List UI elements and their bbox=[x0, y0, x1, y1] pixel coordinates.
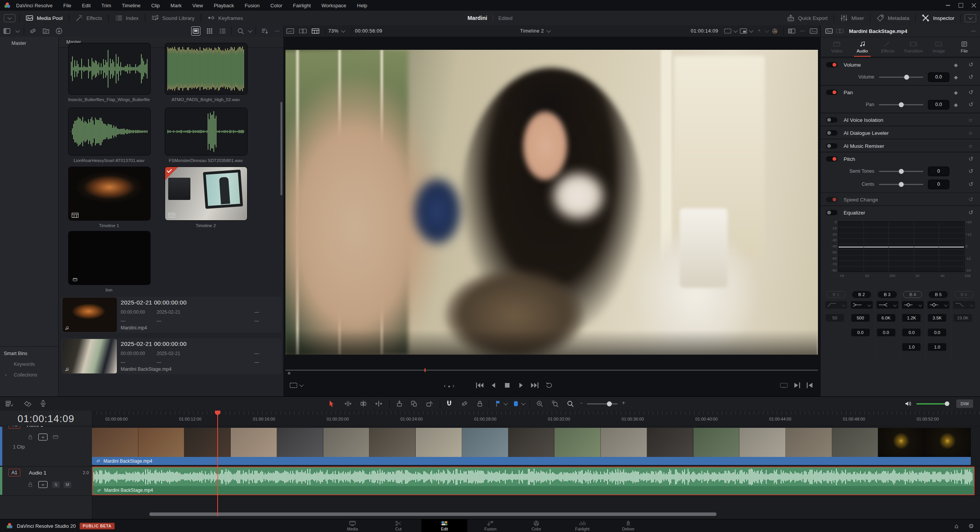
video-track-badge[interactable]: V1 bbox=[8, 426, 20, 429]
speed-change-header[interactable]: Speed Change ↺ bbox=[821, 192, 980, 206]
ai-dialogue-leveler-toggle[interactable] bbox=[826, 130, 837, 136]
gallery-icon[interactable] bbox=[810, 28, 818, 34]
flag-chevron-icon[interactable] bbox=[503, 401, 508, 405]
home-icon[interactable]: ⌂ bbox=[955, 522, 959, 530]
audio-volume-slider[interactable] bbox=[916, 403, 949, 404]
selection-mode-icon[interactable] bbox=[328, 400, 336, 408]
volume-section-header[interactable]: Volume ◆ ↺ bbox=[821, 57, 980, 71]
ai-voice-isolation-toggle[interactable] bbox=[826, 117, 837, 123]
volume-row-reset-icon[interactable]: ↺ bbox=[969, 74, 973, 80]
razor-edit-mode-icon[interactable] bbox=[359, 400, 367, 408]
equalizer-graph[interactable]: 0-10-20-30-40-50-60-70-80+24+120-12-24Hz… bbox=[821, 218, 980, 283]
equalizer-header[interactable]: Equalizer ↺ bbox=[821, 205, 980, 219]
pan-section-header[interactable]: Pan ◆ ↺ bbox=[821, 85, 980, 99]
eq-band-gain[interactable]: 0.0 bbox=[877, 329, 895, 336]
timeline-ruler[interactable]: 01:00:08:0001:00:12:0001:00:16:0001:00:2… bbox=[92, 411, 980, 426]
menu-item-trim[interactable]: Trim bbox=[102, 3, 111, 8]
trim-edit-mode-icon[interactable] bbox=[344, 400, 352, 408]
panel-button-keyframes[interactable]: Keyframes bbox=[201, 11, 249, 25]
voiceover-mic-icon[interactable] bbox=[39, 400, 47, 408]
menu-item-clip[interactable]: Clip bbox=[151, 3, 160, 8]
replace-clip-icon[interactable] bbox=[425, 400, 433, 408]
viewer-more-icon[interactable]: ··· bbox=[800, 28, 805, 34]
semi-tones-value[interactable]: 0 bbox=[928, 167, 949, 176]
ai-voice-isolation-header[interactable]: AI Voice Isolation ≡ bbox=[821, 113, 980, 126]
link-clips-icon[interactable] bbox=[461, 400, 469, 408]
menu-item-fairlight[interactable]: Fairlight bbox=[293, 3, 311, 8]
dual-inspector-icon[interactable] bbox=[836, 28, 844, 34]
quality-chevron-icon[interactable] bbox=[749, 28, 753, 33]
snapping-magnet-icon[interactable] bbox=[445, 400, 453, 408]
eq-band-frequency[interactable]: 3.5K bbox=[928, 314, 946, 322]
scrub-playhead-marker[interactable] bbox=[424, 368, 426, 372]
inspector-more-icon[interactable]: ··· bbox=[971, 28, 976, 34]
pan-kf-icon[interactable]: ◆ bbox=[954, 102, 958, 108]
pitch-section-header[interactable]: Pitch ↺ bbox=[821, 152, 980, 165]
timeline-playhead[interactable] bbox=[217, 411, 218, 516]
video-clip[interactable]: Mardini BackStage.mp4 bbox=[92, 428, 971, 465]
media-checklist-icon[interactable] bbox=[5, 400, 13, 408]
eq-band-button[interactable]: B 2 bbox=[852, 291, 871, 298]
eq-band-gain[interactable]: 0.0 bbox=[928, 329, 946, 336]
eq-band-frequency[interactable]: 500 bbox=[851, 314, 870, 322]
collapse-left-panel-button[interactable] bbox=[4, 14, 15, 22]
match-frame-icon[interactable] bbox=[805, 382, 814, 389]
zoom-custom-icon[interactable] bbox=[566, 400, 574, 408]
eq-band-q[interactable]: 1.0 bbox=[928, 343, 946, 351]
page-deliver[interactable]: Deliver bbox=[605, 519, 651, 532]
link-bins-icon[interactable] bbox=[29, 27, 37, 35]
search-icon[interactable] bbox=[237, 27, 244, 35]
loop-range-icon[interactable] bbox=[779, 382, 788, 389]
menu-item-davinci-resolve[interactable]: DaVinci Resolve bbox=[16, 3, 52, 8]
timeline-horizontal-scrollbar[interactable] bbox=[149, 512, 716, 516]
enhance-icon[interactable] bbox=[755, 28, 763, 34]
bin-chevron-icon[interactable] bbox=[15, 28, 20, 33]
sort-icon[interactable] bbox=[261, 27, 269, 35]
timeline-selector[interactable]: Timeline 2 bbox=[520, 28, 544, 34]
menu-item-edit[interactable]: Edit bbox=[82, 3, 90, 8]
eq-band-shape-selector[interactable] bbox=[851, 301, 873, 309]
audio-track-badge[interactable]: A1 bbox=[8, 469, 20, 476]
speed-change-toggle[interactable] bbox=[826, 197, 837, 202]
collections-expander-icon[interactable]: › bbox=[5, 372, 7, 378]
position-lock-icon[interactable] bbox=[476, 400, 484, 408]
single-viewer-icon[interactable] bbox=[286, 28, 294, 34]
tab-effects[interactable]: Effects bbox=[876, 37, 899, 57]
transform-chevron-icon[interactable] bbox=[299, 383, 303, 387]
pan-toggle[interactable] bbox=[826, 90, 837, 95]
menu-item-file[interactable]: File bbox=[63, 3, 71, 8]
panel-button-sound-library[interactable]: Sound Library bbox=[145, 11, 201, 25]
sidebar-item-keywords[interactable]: Keywords bbox=[14, 362, 35, 367]
cents-value[interactable]: 0 bbox=[928, 180, 949, 189]
collapse-right-panel-button[interactable] bbox=[965, 14, 976, 22]
panel-button-mixer[interactable]: Mixer bbox=[834, 11, 870, 25]
volume-kf-icon[interactable]: ◆ bbox=[954, 74, 958, 80]
zoom-in-icon[interactable]: + bbox=[621, 400, 626, 406]
menu-item-color[interactable]: Color bbox=[270, 3, 282, 8]
menu-item-mark[interactable]: Mark bbox=[170, 3, 182, 8]
eq-band-button[interactable]: B 5 bbox=[929, 291, 948, 298]
video-frame-view-icon[interactable] bbox=[52, 434, 59, 440]
transform-crop-icon[interactable] bbox=[289, 382, 298, 389]
cents-slider[interactable] bbox=[879, 184, 923, 185]
eq-band-frequency[interactable]: 50 bbox=[826, 314, 844, 322]
zoom-full-extent-icon[interactable] bbox=[536, 400, 544, 408]
eq-band-shape-selector[interactable] bbox=[902, 301, 924, 309]
ai-dialogue-leveler-header[interactable]: AI Dialogue Leveler ≡ bbox=[821, 126, 980, 139]
proxy-quality-icon[interactable] bbox=[739, 28, 747, 34]
eq-band-frequency[interactable]: 6.0K bbox=[877, 314, 895, 322]
pan-reset-icon[interactable]: ↺ bbox=[969, 89, 973, 96]
volume-keyframe-icon[interactable]: ◆ bbox=[954, 62, 958, 68]
list-item-mardini-mp4[interactable]: 2025-02-21 00:00:00:0000:00:00:002025-02… bbox=[61, 297, 282, 333]
zoom-detail-icon[interactable] bbox=[551, 400, 559, 408]
dynamic-trim-icon[interactable] bbox=[375, 400, 383, 408]
marker-chevron-icon[interactable] bbox=[521, 401, 525, 405]
card-view-icon[interactable] bbox=[191, 26, 200, 36]
smart-bin-icon[interactable] bbox=[42, 27, 50, 35]
volume-value[interactable]: 0.0 bbox=[928, 72, 949, 82]
menu-item-workspace[interactable]: Workspace bbox=[321, 3, 346, 8]
panel-button-index[interactable]: Index bbox=[109, 11, 145, 25]
page-cut[interactable]: Cut bbox=[375, 519, 421, 532]
volume-reset-icon[interactable]: ↺ bbox=[969, 61, 973, 68]
video-track-name-clipped[interactable]: V1 Video 1 bbox=[2, 426, 92, 430]
